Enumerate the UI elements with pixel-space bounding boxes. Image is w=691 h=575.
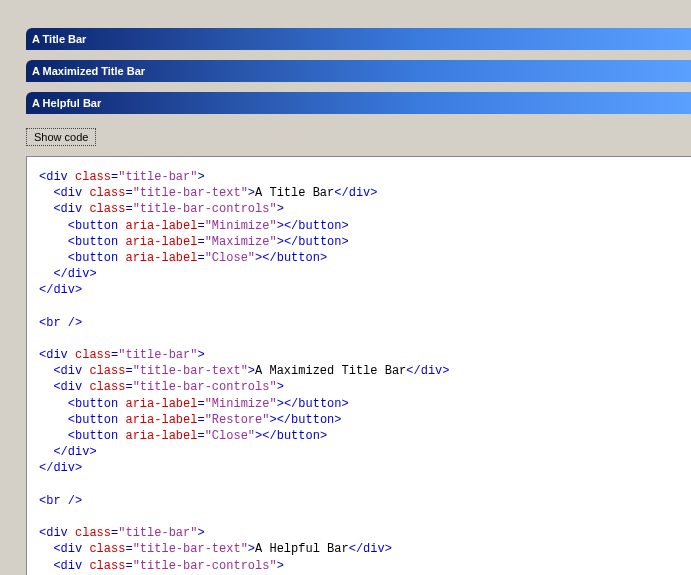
code-panel: <div class="title-bar"> <div class="titl…	[26, 156, 691, 575]
title-bar-1: A Title Bar	[26, 28, 691, 50]
title-bar-text: A Title Bar	[32, 33, 86, 45]
show-code-button[interactable]: Show code	[26, 128, 96, 146]
page-root: A Title Bar A Maximized Title Bar A Help…	[0, 0, 691, 575]
title-bar-3: A Helpful Bar	[26, 92, 691, 114]
title-bar-2: A Maximized Title Bar	[26, 60, 691, 82]
title-bar-text: A Helpful Bar	[32, 97, 101, 109]
title-bar-text: A Maximized Title Bar	[32, 65, 145, 77]
